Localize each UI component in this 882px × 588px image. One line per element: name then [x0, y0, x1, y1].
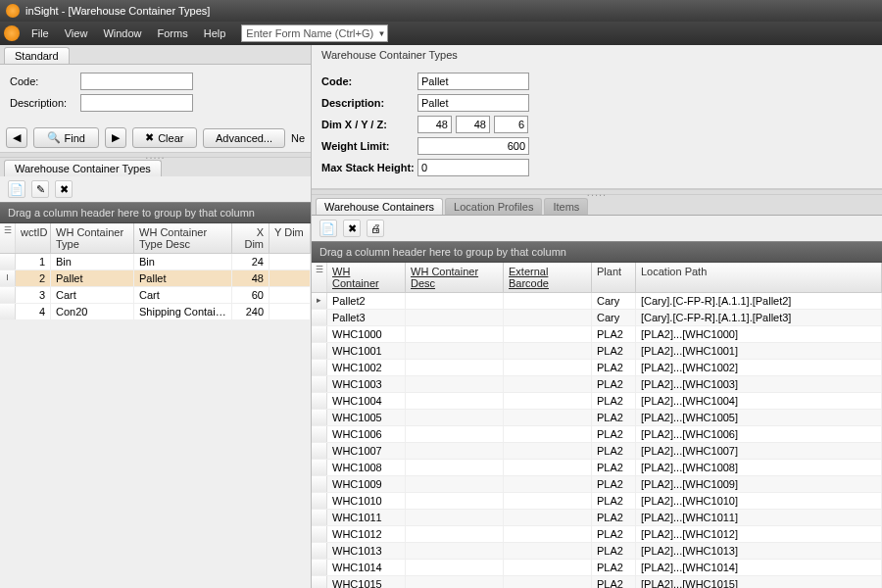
input-dim-y[interactable]: [456, 116, 490, 133]
row-indicator[interactable]: [0, 287, 16, 303]
row-indicator[interactable]: [312, 560, 327, 575]
table-row[interactable]: WHC1005PLA2[PLA2]...[WHC1005]: [312, 410, 882, 426]
table-row[interactable]: WHC1006PLA2[PLA2]...[WHC1006]: [312, 426, 882, 443]
table-row[interactable]: WHC1000PLA2[PLA2]...[WHC1000]: [312, 326, 882, 343]
cell-barcode: [504, 526, 592, 542]
cell-id: 1: [16, 254, 51, 270]
col-desc[interactable]: WH Container Type Desc: [134, 223, 232, 253]
row-indicator[interactable]: [312, 526, 327, 542]
cell-plant: PLA2: [592, 526, 636, 542]
menu-help[interactable]: Help: [196, 25, 234, 41]
row-indicator[interactable]: [312, 310, 327, 325]
advanced-button[interactable]: Advanced...: [203, 128, 285, 148]
row-indicator[interactable]: [312, 343, 327, 359]
group-by-bar-right[interactable]: Drag a column header here to group by th…: [312, 241, 882, 263]
table-row[interactable]: 4Con20Shipping Container20'240: [0, 304, 311, 320]
input-description[interactable]: [80, 94, 193, 112]
col-barcode[interactable]: External Barcode: [504, 263, 592, 292]
new-container-icon[interactable]: 📄: [319, 220, 337, 237]
print-icon[interactable]: 🖨: [367, 220, 384, 237]
clear-button[interactable]: ✖Clear: [132, 127, 197, 148]
table-row[interactable]: WHC1011PLA2[PLA2]...[WHC1011]: [312, 510, 882, 526]
nav-next-button[interactable]: ▶: [105, 127, 126, 148]
menu-view[interactable]: View: [57, 25, 96, 41]
row-indicator[interactable]: [312, 443, 327, 459]
row-indicator[interactable]: [312, 460, 327, 475]
row-indicator[interactable]: [312, 393, 327, 409]
col-wctid[interactable]: wctID: [16, 223, 51, 253]
menu-window[interactable]: Window: [95, 25, 149, 41]
cell-container: WHC1000: [327, 326, 406, 342]
input-max-stack[interactable]: [417, 159, 529, 176]
splitter-right[interactable]: [312, 189, 882, 195]
table-row[interactable]: WHC1007PLA2[PLA2]...[WHC1007]: [312, 443, 882, 460]
input-code[interactable]: [80, 73, 193, 90]
tab-items[interactable]: Items: [544, 198, 588, 215]
col-container[interactable]: WH Container: [327, 263, 406, 292]
row-indicator[interactable]: [312, 326, 327, 342]
row-indicator[interactable]: [312, 510, 327, 525]
row-indicator[interactable]: [0, 304, 16, 319]
row-selector-header[interactable]: ☰: [0, 223, 16, 253]
find-button[interactable]: 🔍Find: [33, 127, 99, 148]
col-location-path[interactable]: Location Path: [636, 263, 882, 292]
row-indicator[interactable]: [312, 543, 327, 559]
table-row[interactable]: WHC1004PLA2[PLA2]...[WHC1004]: [312, 393, 882, 410]
new-record-icon[interactable]: 📄: [8, 180, 25, 198]
table-row[interactable]: WHC1008PLA2[PLA2]...[WHC1008]: [312, 460, 882, 476]
app-menu-icon[interactable]: [4, 25, 20, 41]
row-indicator[interactable]: [312, 410, 327, 425]
table-row[interactable]: WHC1009PLA2[PLA2]...[WHC1009]: [312, 476, 882, 493]
row-indicator[interactable]: [312, 476, 327, 492]
col-plant[interactable]: Plant: [592, 263, 636, 292]
table-row[interactable]: WHC1003PLA2[PLA2]...[WHC1003]: [312, 376, 882, 393]
col-type[interactable]: WH Container Type: [51, 223, 134, 253]
input-r-code[interactable]: [417, 73, 529, 90]
input-dim-x[interactable]: [417, 116, 452, 133]
table-row[interactable]: Pallet3Cary[Cary].[C-FP-R].[A.1.1].[Pall…: [312, 310, 882, 326]
label-r-dim: Dim X / Y / Z:: [321, 119, 417, 130]
table-row[interactable]: I2PalletPallet48: [0, 270, 311, 287]
row-indicator[interactable]: I: [0, 270, 16, 286]
splitter-horizontal[interactable]: [0, 152, 311, 158]
row-indicator[interactable]: [312, 360, 327, 375]
menu-file[interactable]: File: [24, 25, 57, 41]
row-indicator[interactable]: [312, 493, 327, 509]
menu-forms[interactable]: Forms: [150, 25, 196, 41]
input-r-desc[interactable]: [417, 94, 529, 112]
table-row[interactable]: WHC1012PLA2[PLA2]...[WHC1012]: [312, 526, 882, 543]
row-indicator[interactable]: [0, 254, 16, 270]
row-indicator[interactable]: [312, 426, 327, 442]
col-xdim[interactable]: X Dim: [232, 223, 270, 253]
group-by-bar[interactable]: Drag a column header here to group by th…: [0, 202, 311, 223]
input-weight-limit[interactable]: [417, 137, 529, 155]
tab-standard[interactable]: Standard: [4, 47, 70, 64]
row-selector-header[interactable]: ☰: [312, 263, 327, 292]
col-ydim[interactable]: Y Dim: [270, 223, 311, 253]
table-row[interactable]: WHC1001PLA2[PLA2]...[WHC1001]: [312, 343, 882, 360]
input-dim-z[interactable]: [494, 116, 528, 133]
edit-record-icon[interactable]: ✎: [31, 180, 49, 198]
table-row[interactable]: 1BinBin24: [0, 254, 311, 270]
tab-container-types[interactable]: Warehouse Container Types: [4, 160, 162, 176]
row-indicator[interactable]: [312, 576, 327, 588]
cell-container-desc: [406, 410, 504, 425]
table-row[interactable]: WHC1002PLA2[PLA2]...[WHC1002]: [312, 360, 882, 376]
table-row[interactable]: WHC1014PLA2[PLA2]...[WHC1014]: [312, 560, 882, 576]
row-indicator[interactable]: ▸: [312, 293, 327, 309]
table-row[interactable]: WHC1015PLA2[PLA2]...[WHC1015]: [312, 576, 882, 588]
table-row[interactable]: ▸Pallet2Cary[Cary].[C-FP-R].[A.1.1].[Pal…: [312, 293, 882, 310]
delete-container-icon[interactable]: ✖: [343, 220, 361, 237]
table-row[interactable]: WHC1013PLA2[PLA2]...[WHC1013]: [312, 543, 882, 560]
table-row[interactable]: 3CartCart60: [0, 287, 311, 304]
table-row[interactable]: WHC1010PLA2[PLA2]...[WHC1010]: [312, 493, 882, 510]
delete-record-icon[interactable]: ✖: [55, 180, 73, 198]
new-button-truncated[interactable]: Ne: [291, 132, 305, 144]
nav-first-button[interactable]: ◀: [6, 127, 27, 148]
tab-warehouse-containers[interactable]: Warehouse Containers: [316, 198, 443, 215]
tab-location-profiles[interactable]: Location Profiles: [445, 198, 542, 215]
form-search-dropdown[interactable]: Enter Form Name (Ctrl+G) ▼: [241, 24, 388, 42]
row-indicator[interactable]: [312, 376, 327, 392]
col-container-desc[interactable]: WH Container Desc: [406, 263, 504, 292]
cell-xdim: 24: [232, 254, 270, 270]
